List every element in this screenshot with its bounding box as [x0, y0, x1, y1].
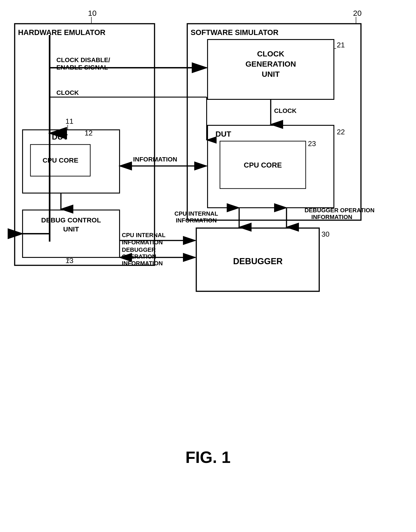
clock-label: CLOCK — [57, 89, 79, 96]
cpu-int-info-hw-1: CPU INTERNAL — [122, 232, 166, 238]
fig-1-label: FIG. 1 — [185, 448, 231, 466]
dbg-op-info-hw-2: OPERATION — [122, 253, 156, 260]
ref-13-svg: 13 — [66, 256, 74, 265]
cpu-core-hw-title: CPU CORE — [43, 157, 78, 164]
dut-sw-title: DUT — [216, 130, 231, 138]
sw-sim-title: SOFTWARE SIMULATOR — [191, 28, 278, 37]
cpu-core-sw-title: CPU CORE — [244, 161, 282, 169]
ref-10-svg: 10 — [88, 9, 96, 17]
ref-30-svg: 30 — [321, 230, 330, 238]
ref-23-svg: 23 — [308, 139, 316, 148]
cgu-label-2: GENERATION — [246, 60, 296, 68]
cgu-label-1: CLOCK — [257, 49, 284, 58]
debugger-title: DEBUGGER — [233, 256, 283, 266]
ref-11-svg: 11 — [66, 117, 74, 125]
dbg-op-info-hw-1: DEBUGGER — [122, 246, 156, 253]
hw-emu-title: HARDWARE EMULATOR — [18, 28, 105, 37]
dbg-op-info-sw-1: DEBUGGER OPERATION — [304, 207, 375, 214]
full-diagram-svg: 10 20 HARDWARE EMULATOR SOFTWARE SIMULAT… — [0, 0, 416, 532]
cde-signal-2: ENABLE SIGNAL — [57, 64, 108, 71]
information-label-svg: INFORMATION — [133, 156, 177, 163]
cpu-int-info-hw-2: INFORMATION — [122, 239, 163, 246]
cde-signal-1: CLOCK DISABLE/ — [57, 57, 110, 63]
dcu-label-2: UNIT — [63, 225, 79, 233]
svg-rect-50 — [208, 39, 334, 99]
dut-hw-title: DUT — [52, 133, 68, 141]
cpu-int-info-sw-2: INFORMATION — [176, 217, 217, 224]
dbg-op-info-hw-3: INFORMATION — [122, 260, 163, 267]
cpu-int-info-sw-1: CPU INTERNAL — [174, 210, 218, 217]
ref-20-svg: 20 — [353, 9, 362, 17]
ref-12-svg: 12 — [85, 129, 93, 137]
ref-21-svg: 21 — [337, 41, 345, 49]
ref-22-svg: 22 — [337, 128, 345, 136]
clock-cgu-down-label: CLOCK — [274, 107, 297, 114]
cgu-label-3: UNIT — [262, 70, 280, 78]
dbg-op-info-sw-2: INFORMATION — [311, 214, 352, 220]
